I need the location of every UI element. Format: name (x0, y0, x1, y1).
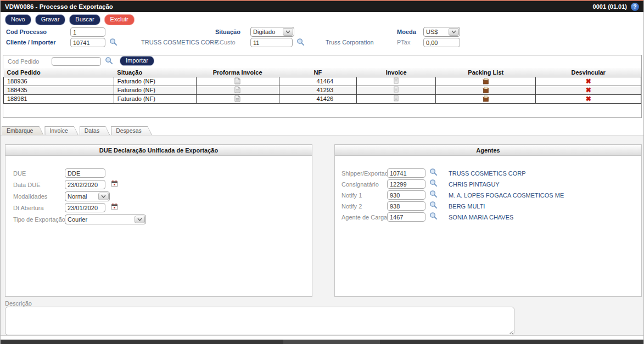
unlink-x-icon[interactable]: ✖ (586, 77, 591, 85)
agentes-panel: Agentes Shipper/Exportador TRUSS COSMETI… (334, 144, 642, 297)
cod-processo-input[interactable] (70, 27, 105, 37)
search-icon[interactable] (429, 190, 438, 198)
shipper-name: TRUSS COSMETICS CORP (449, 170, 526, 177)
search-button[interactable]: Buscar (69, 14, 100, 25)
cell-situacao: Faturado (NF) (114, 94, 196, 103)
search-icon[interactable] (429, 168, 438, 176)
invoice-document-icon[interactable] (394, 77, 399, 84)
ccusto-input[interactable] (250, 38, 293, 47)
tab-invoice[interactable]: Invoice (44, 126, 78, 135)
import-button[interactable]: Importar (120, 56, 154, 66)
tab-label: Despesas (111, 127, 152, 135)
tab-label: Embarque (2, 127, 43, 135)
dt-abertura-input[interactable] (65, 203, 105, 212)
cell-situacao: Faturado (NF) (114, 77, 196, 86)
cell-cod-pedido: 188936 (4, 77, 114, 86)
invoice-document-icon[interactable] (394, 95, 399, 101)
tipo-exportacao-select[interactable]: Courier (65, 215, 146, 224)
cell-nf: 41464 (279, 77, 357, 86)
invoice-document-icon[interactable] (394, 86, 399, 93)
page-title: VDW0086 - Processo de Exportação (5, 3, 113, 10)
cliente-label: Cliente / Importer (6, 39, 55, 46)
due-panel: DUE Declaração Unificada de Exportação D… (5, 144, 312, 297)
consignatario-label: Consignatário (341, 181, 379, 188)
packing-list-box-icon[interactable] (482, 86, 490, 93)
ccusto-label: CCusto (215, 39, 236, 46)
cell-nf: 41293 (279, 86, 357, 94)
modalidades-label: Modalidades (13, 193, 47, 200)
moeda-label: Moeda (397, 29, 416, 35)
search-icon[interactable] (429, 201, 438, 209)
due-input[interactable] (65, 168, 105, 178)
cliente-display-name: TRUSS COSMETICS CORP (141, 39, 219, 46)
col-nf: NF (279, 68, 357, 77)
table-row: 188435 Faturado (NF) 41293 ✖ (4, 86, 641, 94)
unlink-x-icon[interactable]: ✖ (586, 86, 591, 94)
chevron-down-icon (283, 28, 293, 36)
data-due-label: Data DUE (13, 182, 41, 188)
col-proforma: Proforma Invoice (196, 68, 279, 77)
modalidades-select[interactable]: Normal (65, 191, 110, 201)
notify1-label: Notify 1 (341, 192, 362, 199)
situacao-select[interactable]: Digitado (250, 27, 294, 37)
toolbar: Novo Gravar Buscar Excluir (5, 14, 135, 25)
tab-bar: Embarque Invoice Datas Despesas (2, 126, 153, 135)
col-cod-pedido: Cod Pedido (4, 68, 114, 77)
search-icon[interactable] (429, 212, 438, 220)
proforma-document-icon[interactable] (234, 95, 240, 102)
tipo-exportacao-value: Courier (65, 216, 134, 223)
due-panel-title: DUE Declaração Unificada de Exportação (5, 145, 312, 156)
agente-carga-code-input[interactable] (387, 212, 425, 222)
bottom-bar (1, 340, 643, 344)
chevron-down-icon (135, 216, 145, 223)
consignatario-code-input[interactable] (387, 179, 425, 189)
notify2-name: BERG MULTI (449, 203, 485, 210)
descricao-textarea[interactable] (5, 307, 514, 335)
due-label: DUE (13, 170, 26, 177)
shipper-code-input[interactable] (387, 168, 425, 178)
shipper-label: Shipper/Exportador (341, 170, 394, 177)
tab-despesas[interactable]: Despesas (111, 126, 152, 135)
orders-header-row: Cod Pedido Situação Proforma Invoice NF … (4, 68, 641, 77)
title-bar: VDW0086 - Processo de Exportação 0001 (0… (1, 0, 643, 12)
unlink-x-icon[interactable]: ✖ (586, 95, 591, 103)
notify1-code-input[interactable] (387, 190, 425, 200)
packing-list-box-icon[interactable] (482, 95, 490, 102)
cod-pedido-search-input[interactable] (52, 57, 101, 66)
notify2-code-input[interactable] (387, 201, 425, 211)
chevron-down-icon (98, 193, 109, 200)
proforma-document-icon[interactable] (234, 77, 240, 84)
packing-list-box-icon[interactable] (482, 77, 490, 84)
search-icon[interactable] (105, 57, 113, 65)
col-packing-list: Packing List (436, 68, 536, 77)
col-situacao: Situação (114, 68, 196, 77)
consignatario-name: CHRIS PINTAGUY (449, 181, 500, 188)
col-invoice: Invoice (357, 68, 436, 77)
descricao-label: Descrição (5, 300, 32, 307)
data-due-input[interactable] (65, 180, 105, 189)
help-icon[interactable]: ? (631, 3, 639, 11)
delete-button[interactable]: Excluir (104, 14, 135, 25)
moeda-select[interactable]: US$ (423, 27, 460, 37)
ptax-label: PTax (397, 39, 410, 46)
calendar-icon[interactable] (111, 180, 118, 187)
export-process-window: VDW0086 - Processo de Exportação 0001 (0… (0, 0, 644, 344)
save-button[interactable]: Gravar (35, 14, 66, 25)
proforma-document-icon[interactable] (234, 86, 240, 93)
search-icon[interactable] (429, 179, 438, 187)
search-icon[interactable] (296, 38, 305, 46)
modalidades-value: Normal (65, 193, 98, 200)
tipo-exportacao-label: Tipo de Exportação (13, 216, 65, 223)
calendar-icon[interactable] (111, 203, 118, 210)
tab-embarque[interactable]: Embarque (2, 126, 43, 135)
agentes-panel-title: Agentes (335, 145, 641, 156)
cliente-input[interactable] (70, 38, 105, 47)
ptax-input[interactable] (423, 38, 460, 47)
new-button[interactable]: Novo (5, 14, 31, 25)
search-icon[interactable] (109, 38, 117, 46)
agente-carga-name: SONIA MARIA CHAVES (449, 214, 513, 221)
situacao-value: Digitado (251, 29, 282, 35)
situacao-label: Situação (215, 29, 240, 35)
tab-datas[interactable]: Datas (80, 126, 110, 135)
dt-abertura-label: Dt Abertura (13, 205, 44, 211)
